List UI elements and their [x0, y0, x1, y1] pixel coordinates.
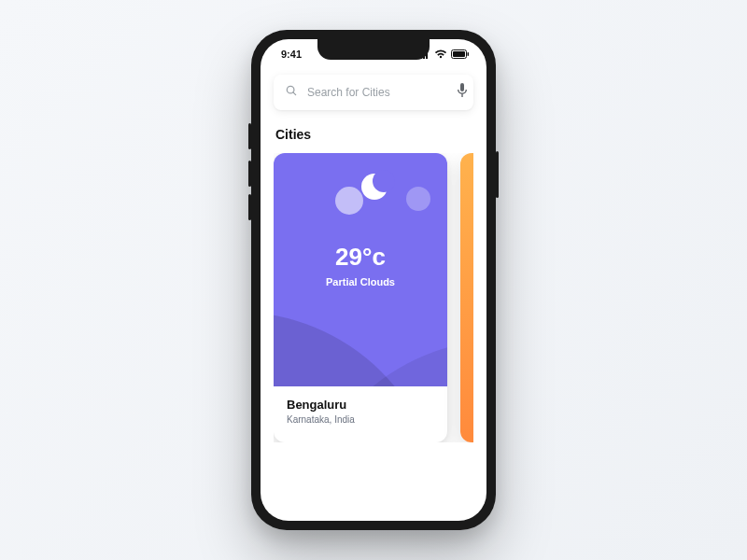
search-input[interactable]: [307, 86, 447, 99]
svg-rect-9: [460, 83, 464, 91]
city-region: Karnataka, India: [287, 414, 434, 425]
touch-indicator: [406, 187, 430, 211]
status-time: 9:41: [281, 49, 302, 60]
svg-rect-5: [453, 51, 465, 57]
moon-icon: [361, 174, 388, 200]
search-bar[interactable]: [274, 75, 473, 110]
phone-frame: 9:41: [251, 30, 496, 530]
city-card-hero: 29°c Partial Clouds: [274, 153, 447, 386]
search-icon: [285, 84, 298, 101]
cloud-icon: [335, 187, 363, 215]
city-cards-row[interactable]: 29°c Partial Clouds Bengaluru Karnataka,…: [274, 153, 473, 442]
svg-rect-6: [468, 52, 470, 56]
phone-screen: 9:41: [261, 39, 486, 521]
svg-rect-10: [461, 94, 462, 97]
battery-icon: [451, 49, 470, 59]
weather-condition: Partial Clouds: [274, 276, 447, 287]
city-card-next-peek[interactable]: [460, 153, 473, 442]
svg-line-8: [293, 92, 296, 95]
city-card[interactable]: 29°c Partial Clouds Bengaluru Karnataka,…: [274, 153, 447, 442]
wifi-icon: [434, 49, 447, 59]
temperature-value: 29°c: [274, 243, 447, 272]
weather-icon-partly-cloudy-night: [328, 174, 393, 218]
screen-content: Cities 29°c Partial Clouds: [261, 69, 486, 442]
city-name: Bengaluru: [287, 398, 434, 412]
city-card-footer: Bengaluru Karnataka, India: [274, 386, 447, 438]
notch: [317, 39, 430, 60]
section-title: Cities: [275, 127, 472, 142]
microphone-icon[interactable]: [457, 83, 468, 102]
